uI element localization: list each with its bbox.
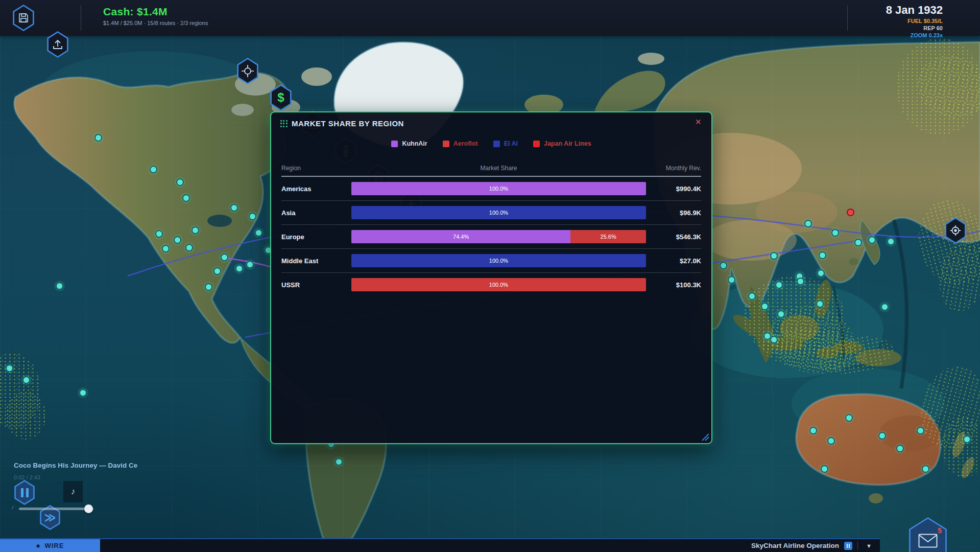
city-dot[interactable] <box>182 194 190 202</box>
wire-label: WIRE <box>44 542 64 549</box>
table-row: USSR100.0%$100.3K <box>281 272 701 296</box>
city-dot[interactable] <box>887 238 895 245</box>
city-dot[interactable] <box>185 244 193 251</box>
city-dot[interactable] <box>22 376 30 384</box>
volume-slider-knob[interactable] <box>84 504 93 513</box>
cash-value: Cash: $1.4M <box>103 6 208 18</box>
city-dot[interactable] <box>917 427 924 434</box>
city-dot[interactable] <box>819 251 826 259</box>
pause-icon <box>21 488 29 497</box>
city-dot[interactable] <box>213 267 221 275</box>
legend-swatch <box>443 141 449 147</box>
city-dot[interactable] <box>56 282 63 290</box>
legend-item: Aeroflot <box>443 140 478 147</box>
col-header-monthly-rev: Monthly Rev. <box>646 165 701 172</box>
save-icon <box>18 12 29 24</box>
market-share-bar: 100.0% <box>351 182 646 195</box>
city-dot[interactable] <box>770 336 778 343</box>
modal-header[interactable]: MARKET SHARE BY REGION × <box>271 112 711 135</box>
music-note-button[interactable]: ♪ <box>63 481 83 502</box>
city-dot[interactable] <box>777 310 785 318</box>
upload-icon <box>52 39 63 50</box>
topbar-separator <box>81 5 81 31</box>
city-dot[interactable] <box>205 283 212 291</box>
city-dot[interactable] <box>748 292 756 300</box>
table-row: Middle East100.0%$27.0K <box>281 248 701 272</box>
zoom-level: ZOOM 0.23x <box>886 33 943 38</box>
city-dot[interactable] <box>94 134 102 142</box>
locate-target-icon <box>949 224 962 237</box>
city-dot[interactable] <box>821 465 828 473</box>
track-time: 0:02 / 2:43 <box>14 474 40 480</box>
city-dot[interactable] <box>728 276 735 284</box>
city-dot[interactable] <box>235 265 243 272</box>
legend-label: Japan Air Lines <box>544 140 591 147</box>
city-dot[interactable] <box>878 432 886 440</box>
city-dot[interactable] <box>720 262 727 269</box>
city-dot[interactable] <box>162 245 170 252</box>
alert-city-dot[interactable] <box>847 209 854 216</box>
airline-legend: KuhnAirAeroflotEl AlJapan Air Lines <box>271 140 711 147</box>
monthly-rev-value: $100.3K <box>646 281 701 289</box>
city-dot[interactable] <box>817 269 825 277</box>
wire-diamond-icon: ◆ <box>36 543 41 548</box>
save-button[interactable] <box>12 5 35 31</box>
city-dot[interactable] <box>255 229 262 237</box>
app-name-label: SkyChart Airline Operation <box>751 542 839 549</box>
fuel-price: FUEL $0.35/L <box>886 18 943 24</box>
city-dot[interactable] <box>79 389 87 397</box>
legend-item: Japan Air Lines <box>533 140 591 147</box>
wire-button[interactable]: ◆ WIRE <box>0 539 100 552</box>
cash-subtext: $1.4M / $25.0M · 15/8 routes · 2/3 regio… <box>103 20 208 26</box>
city-dot[interactable] <box>963 435 971 443</box>
city-dot[interactable] <box>221 254 228 261</box>
date-status-block: 8 Jan 1932 FUEL $0.35/L REP 60 ZOOM 0.23… <box>886 5 943 38</box>
city-dot[interactable] <box>249 213 256 220</box>
city-dot[interactable] <box>230 204 238 212</box>
col-header-market-share: Market Share <box>351 165 646 172</box>
city-dot[interactable] <box>174 236 181 244</box>
city-dot[interactable] <box>804 220 812 227</box>
city-dot[interactable] <box>868 236 876 244</box>
city-dot[interactable] <box>854 239 862 246</box>
mail-badge: 5 <box>938 526 942 535</box>
city-dot[interactable] <box>827 437 835 445</box>
city-dot[interactable] <box>176 178 184 186</box>
city-dot[interactable] <box>761 303 769 310</box>
market-share-modal: MARKET SHARE BY REGION × KuhnAirAeroflot… <box>270 111 712 444</box>
close-icon[interactable]: × <box>695 117 701 127</box>
table-row: Asia100.0%$96.9K <box>281 200 701 224</box>
city-dot[interactable] <box>831 229 839 237</box>
city-dot[interactable] <box>775 281 783 289</box>
reputation: REP 60 <box>886 26 943 31</box>
crosshair-icon <box>241 64 254 78</box>
city-dot[interactable] <box>845 414 853 422</box>
table-row: Europe74.4%25.6%$546.3K <box>281 224 701 248</box>
city-dot[interactable] <box>246 261 254 268</box>
legend-label: El Al <box>504 140 518 147</box>
city-dot[interactable] <box>155 230 163 238</box>
table-body: Americas100.0%$990.4KAsia100.0%$96.9KEur… <box>281 177 701 296</box>
city-dot[interactable] <box>192 226 199 234</box>
city-dot[interactable] <box>881 303 889 311</box>
dropdown-arrow-icon[interactable]: ▼ <box>863 543 875 549</box>
city-dot[interactable] <box>809 427 817 434</box>
city-dot[interactable] <box>816 300 824 308</box>
monthly-rev-value: $96.9K <box>646 209 701 217</box>
statusbar-separator <box>857 542 858 550</box>
skip-forward-icon: ≫ <box>44 511 56 524</box>
city-dot[interactable] <box>770 252 778 260</box>
top-bar: Cash: $1.4M $1.4M / $25.0M · 15/8 routes… <box>0 0 980 36</box>
market-share-bar: 100.0% <box>351 278 646 291</box>
legend-swatch <box>493 141 500 147</box>
volume-slider[interactable] <box>19 508 93 510</box>
city-dot[interactable] <box>922 465 929 473</box>
region-label: Americas <box>281 185 351 193</box>
resize-handle[interactable] <box>700 432 709 441</box>
drag-handle-icon[interactable] <box>280 120 288 127</box>
city-dot[interactable] <box>6 364 13 372</box>
city-dot[interactable] <box>335 458 343 466</box>
city-dot[interactable] <box>797 278 804 285</box>
city-dot[interactable] <box>150 166 157 173</box>
city-dot[interactable] <box>896 445 904 452</box>
